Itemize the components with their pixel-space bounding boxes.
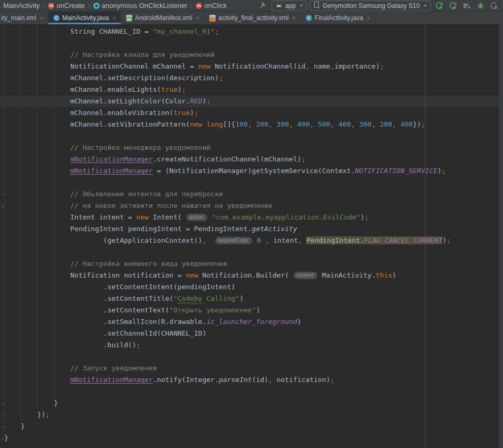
- editor-scrollbar[interactable]: [499, 24, 503, 448]
- code-token: mChannel.setVibrationPattern(: [4, 120, 190, 128]
- fold-marker-icon[interactable]: ▵: [0, 409, 6, 421]
- fold-marker-icon[interactable]: ▵: [0, 432, 6, 444]
- close-icon[interactable]: ×: [292, 15, 295, 21]
- code-line[interactable]: // Настройка канала для уведомлений: [0, 49, 503, 61]
- code-token: // Настройка внешнего вида уведомления: [4, 260, 227, 268]
- profiler-button[interactable]: [461, 1, 472, 11]
- tab-androidmanifest-xml[interactable]: MFAndroidManifest.xml×: [121, 12, 205, 24]
- code-token: notification): [273, 376, 331, 384]
- fold-marker-icon[interactable]: ▿: [0, 188, 6, 200]
- navigation-bar: MainActivity›monCreate›anonymous OnClick…: [0, 0, 503, 12]
- breadcrumb-separator: ›: [42, 2, 45, 9]
- code-line[interactable]: // Запуск уведомления: [0, 363, 503, 374]
- toolbar-right-group: app ▼ Genymotion Samsung Galaxy S10 ▼ A: [257, 1, 501, 11]
- code-line[interactable]: // Настройка менеджера уведомлений: [0, 142, 503, 154]
- code-token: NotificationChannel(id: [210, 62, 305, 70]
- apply-changes-restart-button[interactable]: [433, 1, 445, 11]
- code-token: [261, 236, 265, 244]
- breadcrumb-label: onClick: [204, 2, 227, 9]
- code-token: new: [136, 213, 148, 221]
- breadcrumb-item-onclick[interactable]: monClick: [195, 2, 228, 9]
- code-token: ;: [182, 85, 186, 93]
- code-line[interactable]: // на новое активити после нажатия на ув…: [0, 200, 503, 212]
- parameter-hint: action:: [186, 214, 207, 221]
- code-line[interactable]: .build();: [0, 339, 503, 351]
- code-editor[interactable]: String CHANNEL_ID = "my_channel_01"; // …: [0, 24, 503, 448]
- code-line[interactable]: [0, 246, 503, 258]
- code-token: Codeby: [178, 294, 202, 302]
- close-icon[interactable]: ×: [196, 15, 199, 21]
- code-line[interactable]: NotificationChannel mChannel = new Notif…: [0, 61, 503, 72]
- code-token: ): [297, 318, 302, 326]
- code-token: 300: [359, 120, 371, 128]
- code-token: ): [438, 167, 442, 175]
- code-line[interactable]: [0, 351, 503, 363]
- debug-button[interactable]: [475, 1, 486, 11]
- code-line[interactable]: mChannel.enableLights(true);: [0, 84, 503, 96]
- code-line[interactable]: [0, 130, 503, 142]
- fold-marker-icon[interactable]: ▫: [0, 200, 6, 212]
- breadcrumb-item-oncreate[interactable]: monCreate: [47, 2, 85, 9]
- code-line[interactable]: [0, 386, 503, 397]
- code-token: ): [190, 109, 194, 117]
- code-token: 0: [257, 236, 261, 244]
- run-configuration-select[interactable]: app ▼: [272, 1, 307, 11]
- code-line[interactable]: mNotificationManager.notify(Integer.pars…: [0, 374, 503, 386]
- code-token: = (NotificationManager)getSystemService(…: [153, 167, 355, 175]
- code-token: [207, 236, 215, 244]
- code-line[interactable]: .setContentIntent(pendingIntent): [0, 281, 503, 293]
- tab-label: FinalActtivity.java: [315, 14, 363, 22]
- code-line[interactable]: // Настройка внешнего вида уведомления: [0, 258, 503, 270]
- attach-debugger-button[interactable]: [488, 1, 500, 11]
- chevron-down-icon: ▼: [299, 4, 303, 7]
- tab-ity-main-xml[interactable]: ity_main.xml×: [0, 12, 49, 24]
- code-line[interactable]: }: [0, 432, 503, 444]
- close-icon[interactable]: ×: [113, 15, 116, 21]
- build-hammer-button[interactable]: [257, 1, 269, 11]
- tab-activity-final-acttivity-xml[interactable]: activity_final_acttivity.xml×: [205, 12, 301, 24]
- code-line[interactable]: });: [0, 409, 503, 421]
- code-line[interactable]: mChannel.setLightColor(Color.RED);: [0, 96, 503, 107]
- code-token: new: [190, 120, 202, 128]
- code-line[interactable]: [0, 37, 503, 49]
- code-token: ,: [268, 120, 277, 128]
- code-line[interactable]: .setContentTitle("Codeby Calling"): [0, 293, 503, 304]
- code-line[interactable]: mChannel.setDescription(description);: [0, 72, 503, 84]
- apply-code-changes-button[interactable]: A: [447, 1, 459, 11]
- code-line[interactable]: }: [0, 421, 503, 432]
- code-token: ;: [219, 74, 223, 82]
- code-token: ;: [215, 27, 219, 35]
- code-token: mChannel.setDescription(description): [4, 74, 219, 82]
- code-line[interactable]: mNotificationManager.createNotificationC…: [0, 154, 503, 165]
- code-line[interactable]: String CHANNEL_ID = "my_channel_01";: [0, 26, 503, 37]
- code-token: ): [256, 306, 260, 314]
- fold-marker-icon[interactable]: ▵: [0, 421, 6, 432]
- code-line[interactable]: // Обьявление интентов для переброски: [0, 188, 503, 200]
- close-icon[interactable]: ×: [40, 15, 43, 21]
- code-line[interactable]: .setSmallIcon(R.drawable.ic_launcher_for…: [0, 316, 503, 328]
- code-line[interactable]: Intent intent = new Intent( action: "com…: [0, 212, 503, 223]
- code-line[interactable]: mNotificationManager = (NotificationMana…: [0, 165, 503, 177]
- code-token: ,: [330, 120, 338, 128]
- tab-mainactivity-java[interactable]: CMainActivity.java×: [49, 12, 121, 24]
- code-line[interactable]: (getApplicationContext(), requestCode: 0…: [0, 235, 503, 246]
- code-token: getActivity: [252, 225, 297, 233]
- tab-finalacttivity-java[interactable]: CFinalActtivity.java×: [301, 12, 375, 24]
- code-line[interactable]: .setChannelId(CHANNEL_ID): [0, 328, 503, 339]
- breadcrumb-item-mainactivity[interactable]: MainActivity: [2, 2, 41, 9]
- code-line[interactable]: PendingIntent pendingIntent = PendingInt…: [0, 223, 503, 235]
- code-line[interactable]: [0, 177, 503, 188]
- code-line[interactable]: mChannel.enableVibration(true);: [0, 107, 503, 119]
- close-icon[interactable]: ×: [367, 15, 370, 21]
- fold-marker-icon[interactable]: ▵: [0, 397, 6, 409]
- code-line[interactable]: }: [0, 397, 503, 409]
- device-select[interactable]: Genymotion Samsung Galaxy S10 ▼: [309, 1, 431, 11]
- code-line[interactable]: Notification notification = new Notifica…: [0, 270, 503, 281]
- breadcrumb-item-anonymous-onclicklistener[interactable]: anonymous OnClickListener: [92, 2, 189, 9]
- code-line[interactable]: mChannel.setVibrationPattern(new long[]{…: [0, 119, 503, 130]
- code-token: ;: [421, 120, 425, 128]
- code-token: ;: [364, 213, 369, 221]
- code-line[interactable]: .setContentText("Открыть уведомление"): [0, 304, 503, 316]
- parameter-hint: context:: [294, 272, 317, 279]
- code-token: 200: [256, 120, 268, 128]
